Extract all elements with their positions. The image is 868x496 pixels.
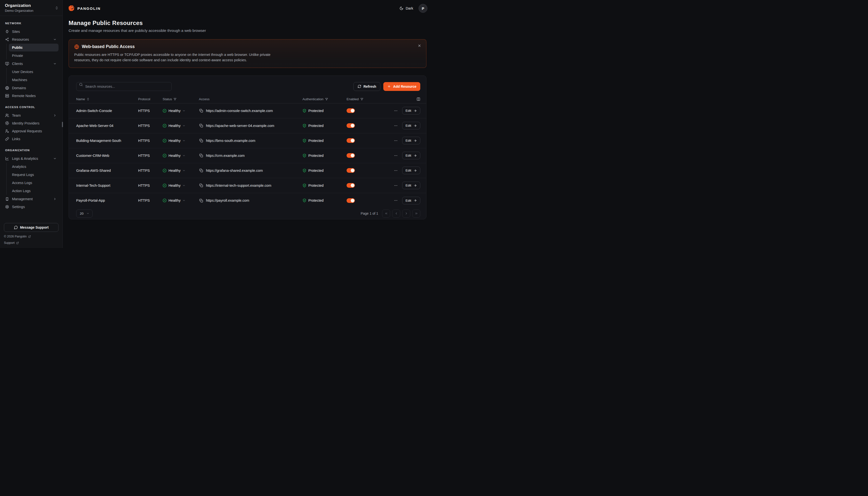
sidebar-item-management[interactable]: Management — [4, 195, 59, 203]
edit-button[interactable]: Edit — [402, 182, 420, 189]
shield-check-icon — [303, 169, 306, 172]
row-menu-button[interactable] — [393, 183, 398, 188]
arrow-right-icon — [414, 199, 417, 202]
page-size-select[interactable]: 20 — [76, 210, 93, 218]
refresh-button[interactable]: Refresh — [353, 82, 380, 91]
row-menu-button[interactable] — [393, 108, 398, 113]
sidebar-item-private[interactable]: Private — [9, 52, 59, 60]
chat-bubble-icon — [14, 226, 18, 229]
copy-url-button[interactable] — [199, 123, 204, 128]
copy-url-button[interactable] — [199, 153, 204, 158]
copy-url-button[interactable] — [199, 108, 204, 113]
table-row: Customer-CRM-Web HTTPS Healthy https://c… — [69, 148, 426, 163]
resource-url[interactable]: https://crm.example.com — [206, 154, 245, 158]
brand[interactable]: PANGOLIN — [68, 5, 101, 12]
resource-url[interactable]: https://internal-tech-support.example.co… — [206, 184, 271, 187]
shield-check-icon — [303, 154, 306, 158]
first-page-button[interactable] — [382, 210, 390, 218]
enabled-toggle[interactable] — [347, 183, 355, 188]
status-dropdown[interactable]: Healthy — [163, 184, 199, 187]
ellipsis-icon — [394, 154, 398, 158]
chevron-down-icon — [182, 139, 186, 142]
access-cell: https://apache-web-server-04.example.com — [199, 123, 303, 128]
row-menu-button[interactable] — [393, 198, 398, 203]
row-menu-button[interactable] — [393, 138, 398, 143]
org-switcher[interactable]: Organization Demo Organization — [0, 0, 62, 16]
sidebar-item-action-logs[interactable]: Action Logs — [9, 187, 59, 195]
status-dropdown[interactable]: Healthy — [163, 109, 199, 113]
copy-url-button[interactable] — [199, 138, 204, 143]
sidebar-item-label: Approval Requests — [12, 129, 57, 133]
status-dropdown[interactable]: Healthy — [163, 199, 199, 202]
next-page-button[interactable] — [402, 210, 410, 218]
sidebar-item-user-devices[interactable]: User Devices — [9, 68, 59, 76]
sidebar-item-analytics[interactable]: Analytics — [9, 163, 59, 171]
copy-url-button[interactable] — [199, 168, 204, 173]
sidebar-item-links[interactable]: Links — [4, 135, 59, 143]
sidebar-item-approval-requests[interactable]: Approval Requests — [4, 127, 59, 135]
enabled-toggle[interactable] — [347, 123, 355, 128]
sidebar-item-access-logs[interactable]: Access Logs — [9, 179, 59, 187]
toggle-knob — [351, 109, 354, 112]
sidebar-item-logs-analytics[interactable]: Logs & Analytics — [4, 155, 59, 162]
row-menu-button[interactable] — [393, 168, 398, 173]
enabled-cell — [347, 153, 379, 158]
copyright-link[interactable]: © 2026 Pangolin — [4, 235, 59, 238]
status-dropdown[interactable]: Healthy — [163, 154, 199, 158]
enabled-toggle[interactable] — [347, 168, 355, 173]
sidebar-item-machines[interactable]: Machines — [9, 76, 59, 84]
sidebar-item-request-logs[interactable]: Request Logs — [9, 171, 59, 179]
sidebar-item-team[interactable]: Team — [4, 111, 59, 119]
column-settings-button[interactable] — [379, 97, 420, 101]
sidebar-footer: Message Support © 2026 Pangolin Support — [0, 219, 62, 248]
filter-icon — [173, 97, 177, 101]
edit-button[interactable]: Edit — [402, 107, 420, 114]
sidebar-item-settings[interactable]: Settings — [4, 203, 59, 211]
column-header-name[interactable]: Name — [76, 97, 138, 101]
column-label: Enabled — [347, 97, 359, 101]
sidebar-item-remote-nodes[interactable]: Remote Nodes — [4, 92, 59, 100]
status-dropdown[interactable]: Healthy — [163, 124, 199, 128]
enabled-toggle[interactable] — [347, 108, 355, 113]
edit-button[interactable]: Edit — [402, 122, 420, 129]
edit-button[interactable]: Edit — [402, 197, 420, 204]
status-dropdown[interactable]: Healthy — [163, 139, 199, 143]
auth-status: Protected — [303, 184, 347, 187]
sidebar-item-identity-providers[interactable]: Identity Providers — [4, 119, 59, 127]
sidebar-item-domains[interactable]: Domains — [4, 84, 59, 92]
add-resource-button[interactable]: Add Resource — [383, 82, 420, 91]
column-header-authentication[interactable]: Authentication — [303, 97, 347, 101]
sidebar-item-label: User Devices — [12, 70, 33, 74]
resource-url[interactable]: https://apache-web-server-04.example.com — [206, 124, 274, 128]
resource-url[interactable]: https://bms-south.example.com — [206, 139, 255, 143]
row-menu-button[interactable] — [393, 123, 398, 128]
copy-url-button[interactable] — [199, 183, 204, 188]
enabled-toggle[interactable] — [347, 138, 355, 143]
row-menu-button[interactable] — [393, 153, 398, 158]
last-page-button[interactable] — [412, 210, 420, 218]
resource-url[interactable]: https://payroll.example.com — [206, 199, 249, 202]
edit-button[interactable]: Edit — [402, 137, 420, 144]
column-header-status[interactable]: Status — [163, 97, 199, 101]
theme-toggle-button[interactable]: Dark — [400, 6, 413, 10]
resource-url[interactable]: https://grafana-shared.example.com — [206, 169, 263, 172]
status-dropdown[interactable]: Healthy — [163, 169, 199, 172]
previous-page-button[interactable] — [392, 210, 400, 218]
sidebar-item-sites[interactable]: Sites — [4, 28, 59, 35]
enabled-toggle[interactable] — [347, 198, 355, 203]
message-support-button[interactable]: Message Support — [4, 223, 59, 232]
copy-url-button[interactable] — [199, 198, 204, 203]
avatar[interactable]: P — [419, 4, 428, 13]
sidebar-item-clients[interactable]: Clients — [4, 60, 59, 68]
sidebar-resize-handle[interactable] — [62, 122, 63, 127]
search-input[interactable] — [76, 82, 172, 91]
support-link[interactable]: Support — [4, 241, 59, 245]
edit-button[interactable]: Edit — [402, 167, 420, 174]
sidebar-item-public[interactable]: Public — [9, 44, 59, 51]
edit-button[interactable]: Edit — [402, 152, 420, 159]
resource-url[interactable]: https://admin-console-switch.example.com — [206, 109, 273, 113]
enabled-toggle[interactable] — [347, 153, 355, 158]
column-header-enabled[interactable]: Enabled — [347, 97, 379, 101]
banner-close-button[interactable] — [417, 43, 422, 48]
sidebar-item-resources[interactable]: Resources — [4, 35, 59, 43]
